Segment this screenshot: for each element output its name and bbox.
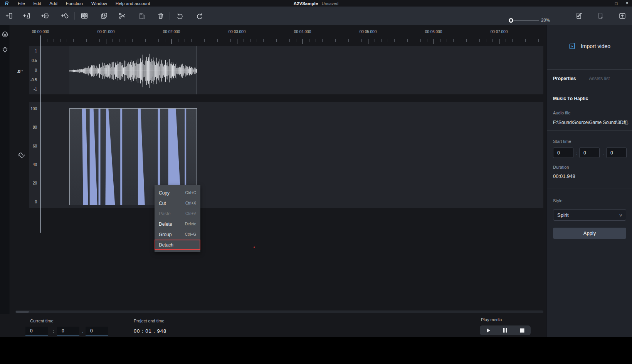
context-item-shortcut: Ctrl+X <box>185 201 196 205</box>
ruler-tick <box>289 39 290 42</box>
ruler-tick <box>375 39 375 42</box>
current-time-min-input[interactable] <box>25 327 48 335</box>
ruler-tick <box>532 39 532 42</box>
ruler-tick <box>466 39 467 42</box>
ruler-tick <box>525 39 526 42</box>
ruler-tick <box>139 39 139 42</box>
context-menu-item-paste[interactable]: PasteCtrl+V <box>155 208 200 219</box>
current-time-ms-input[interactable] <box>86 327 108 335</box>
start-time-ms-input[interactable] <box>606 148 627 158</box>
menu-bar-items: FileEditAddFunctionWindowHelp and accoun… <box>18 1 150 6</box>
time-dot: . <box>82 329 83 334</box>
haptic-event[interactable] <box>90 109 97 205</box>
zoom-slider[interactable] <box>509 20 539 21</box>
import-video-button[interactable]: Import video <box>547 42 632 50</box>
toolbar-separator <box>74 12 75 20</box>
play-on-device-button[interactable] <box>595 10 606 22</box>
ruler-tick <box>80 39 80 42</box>
tab-assets-list[interactable]: Assets list <box>589 76 610 81</box>
add-haptic-track-button[interactable] <box>3 10 15 22</box>
add-haptic-effect-button[interactable] <box>59 10 71 22</box>
start-time-sec-input[interactable] <box>579 148 600 158</box>
menu-edit[interactable]: Edit <box>34 1 41 6</box>
haptic-event[interactable] <box>120 109 122 205</box>
title-bar: R FileEditAddFunctionWindowHelp and acco… <box>0 0 632 7</box>
ruler-tick <box>427 39 427 42</box>
connect-device-button[interactable] <box>573 10 585 22</box>
tab-properties[interactable]: Properties <box>553 76 576 81</box>
scrollbar-thumb[interactable] <box>16 311 29 313</box>
add-video-button[interactable] <box>39 10 51 22</box>
maximize-icon[interactable]: □ <box>614 1 619 6</box>
haptic-event[interactable] <box>138 109 145 205</box>
play-button[interactable] <box>482 325 494 335</box>
cursor-dot <box>254 247 255 248</box>
panel-tabs: Properties Assets list <box>553 76 610 81</box>
current-time-sec-input[interactable] <box>57 327 79 335</box>
minimize-icon[interactable]: – <box>603 1 608 6</box>
axis-label: 0 <box>25 200 37 204</box>
panel-divider <box>547 188 632 188</box>
duplicate-button[interactable] <box>98 10 110 22</box>
close-icon[interactable]: ✕ <box>624 1 630 6</box>
menu-help-and-account[interactable]: Help and account <box>116 1 150 6</box>
tag-icon[interactable] <box>1 46 9 54</box>
menu-function[interactable]: Function <box>66 1 83 6</box>
menu-window[interactable]: Window <box>91 1 107 6</box>
ruler-tick <box>440 39 440 42</box>
add-event-button[interactable] <box>21 10 32 22</box>
context-menu-item-detach[interactable]: Detach <box>155 240 200 250</box>
context-menu-item-cut[interactable]: CutCtrl+X <box>155 198 200 208</box>
section-title: Music To Haptic <box>553 96 588 101</box>
redo-button[interactable] <box>194 10 205 22</box>
menu-add[interactable]: Add <box>49 1 57 6</box>
ruler-tick <box>106 39 106 44</box>
duration-value: 00:01.948 <box>553 173 575 179</box>
ruler-tick <box>322 39 323 42</box>
cut-button[interactable] <box>116 10 128 22</box>
current-time-label: Current time <box>30 319 54 323</box>
stop-button[interactable] <box>516 325 528 335</box>
zoom-slider-knob[interactable] <box>509 18 513 23</box>
start-time-min-input[interactable] <box>553 148 573 158</box>
menu-file[interactable]: File <box>18 1 25 6</box>
haptic-event[interactable] <box>99 109 101 205</box>
axis-label: 0 <box>25 68 37 72</box>
compare-view-button[interactable] <box>79 10 90 22</box>
ruler-tick <box>329 39 329 42</box>
haptic-event[interactable] <box>105 109 115 205</box>
delete-button[interactable] <box>155 10 166 22</box>
ruler-tick <box>152 39 152 42</box>
start-time-label: Start time <box>553 139 571 144</box>
horizontal-scrollbar[interactable] <box>15 310 543 313</box>
ruler-tick <box>407 39 408 42</box>
ruler-tick <box>512 39 513 42</box>
context-menu-item-group[interactable]: GroupCtrl+G <box>155 229 200 240</box>
ruler-tick <box>73 39 74 42</box>
axis-label: 1 <box>25 49 37 53</box>
context-item-shortcut: Ctrl+G <box>185 232 196 237</box>
playhead[interactable] <box>40 35 41 233</box>
ruler-tick <box>263 39 264 42</box>
context-menu-item-copy[interactable]: CopyCtrl+C <box>155 188 200 198</box>
time-colon: : <box>576 150 577 156</box>
ruler-tick <box>113 39 113 42</box>
context-menu-item-delete[interactable]: DeleteDelete <box>155 219 200 229</box>
export-button[interactable] <box>617 10 628 22</box>
audio-clip[interactable] <box>69 46 197 94</box>
ruler-label: 00:02.000 <box>163 30 180 34</box>
apply-button[interactable]: Apply <box>553 228 626 239</box>
pause-button[interactable] <box>499 325 511 335</box>
haptic-event[interactable] <box>82 109 88 205</box>
axis-label: 0.5 <box>25 59 37 63</box>
ruler-tick <box>309 39 309 42</box>
style-dropdown[interactable]: Spirit ∨ <box>553 209 626 221</box>
haptic-track-icon[interactable] <box>17 151 25 159</box>
haptic-event[interactable] <box>185 109 186 185</box>
properties-panel: Import video Properties Assets list Musi… <box>546 25 632 337</box>
undo-button[interactable] <box>174 10 186 22</box>
ruler-tick <box>414 39 414 42</box>
paste-button[interactable] <box>136 10 148 22</box>
timeline-ruler[interactable]: 00:00.00000:01.00000:02.00000:03.00000:0… <box>0 29 546 45</box>
audio-track-icon[interactable]: ♫ <box>17 67 24 75</box>
